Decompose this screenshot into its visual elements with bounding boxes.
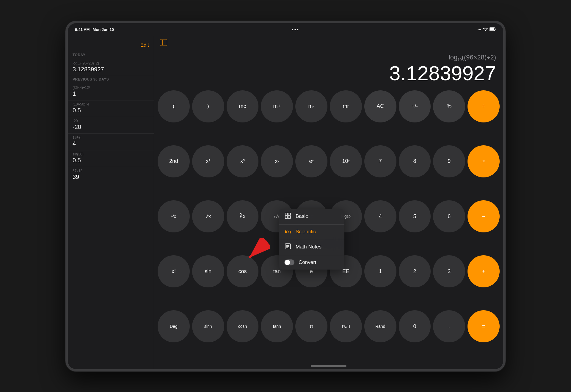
btn-equals[interactable]: =: [468, 310, 500, 342]
history-today-item[interactable]: log₁₀((96×28)÷2) 3.12839927: [68, 59, 154, 76]
btn-percent[interactable]: %: [433, 90, 465, 122]
btn-tanh[interactable]: tanh: [261, 310, 293, 342]
btn-deg[interactable]: Deg: [158, 310, 190, 342]
btn-rad[interactable]: Rad: [330, 310, 362, 342]
btn-rand[interactable]: Rand: [364, 310, 396, 342]
svg-rect-2: [495, 29, 496, 30]
btn-x3[interactable]: x³: [227, 145, 259, 177]
btn-ac[interactable]: AC: [364, 90, 396, 122]
btn-pi[interactable]: π: [295, 310, 327, 342]
btn-m-plus[interactable]: m+: [261, 90, 293, 122]
btn-xy[interactable]: xy: [261, 145, 293, 177]
today-label: TODAY: [68, 52, 154, 59]
svg-rect-3: [490, 28, 494, 30]
wifi-icon: [483, 27, 488, 32]
btn-cosh[interactable]: cosh: [227, 310, 259, 342]
btn-5[interactable]: 5: [399, 200, 431, 232]
red-arrow-indicator: [243, 238, 270, 266]
btn-mr[interactable]: mr: [330, 90, 362, 122]
status-date: Mon Jun 10: [92, 27, 114, 32]
calc-display: log10((96×28)÷2) 3.12839927: [154, 51, 503, 88]
btn-x2[interactable]: x²: [192, 145, 224, 177]
history-prev-item-4[interactable]: 12÷3 4: [68, 134, 154, 150]
basic-icon: [284, 213, 291, 220]
btn-2nd[interactable]: 2nd: [158, 145, 190, 177]
side-buttons: [65, 83, 67, 136]
home-indicator: [311, 365, 346, 367]
history-panel: Edit TODAY log₁₀((96×28)÷2) 3.12839927 P…: [68, 36, 154, 369]
history-expr-4: 12÷3: [73, 136, 149, 140]
battery-icon: [490, 27, 496, 32]
scientific-icon: f(x): [284, 229, 291, 234]
btn-sinh[interactable]: sinh: [192, 310, 224, 342]
history-expr-3: -20: [73, 119, 149, 123]
dropdown-item-convert[interactable]: Convert: [279, 255, 344, 270]
svg-rect-4: [160, 40, 167, 45]
volume-up-btn[interactable]: [65, 83, 67, 95]
signal-icon: ▪▪▪: [477, 28, 481, 32]
btn-10x[interactable]: 10x: [330, 145, 362, 177]
btn-sin[interactable]: sin: [192, 255, 224, 287]
btn-plus[interactable]: +: [468, 255, 500, 287]
history-result-3: -20: [73, 124, 149, 130]
btn-factorial[interactable]: x!: [158, 255, 190, 287]
scientific-label: Scientific: [296, 229, 316, 235]
dropdown-item-scientific[interactable]: f(x) Scientific: [279, 225, 344, 239]
btn-m-minus[interactable]: m-: [295, 90, 327, 122]
display-expression: log10((96×28)÷2): [161, 53, 496, 62]
btn-divide[interactable]: ÷: [468, 90, 500, 122]
btn-ex[interactable]: ex: [295, 145, 327, 177]
btn-1-over-x[interactable]: ¹/x: [158, 200, 190, 232]
svg-rect-6: [285, 213, 288, 215]
btn-0[interactable]: 0: [399, 310, 431, 342]
calc-toolbar: [154, 36, 503, 51]
btn-decimal[interactable]: .: [433, 310, 465, 342]
history-prev-item-3[interactable]: -20 -20: [68, 117, 154, 134]
convert-toggle-icon[interactable]: [284, 259, 294, 265]
sidebar-toggle-icon[interactable]: [160, 40, 167, 47]
display-result: 3.12839927: [161, 63, 496, 83]
history-expr-6: 57÷18: [73, 169, 149, 173]
btn-8[interactable]: 8: [399, 145, 431, 177]
volume-down-btn[interactable]: [65, 100, 67, 112]
history-result-2: 0.5: [73, 107, 149, 114]
btn-mc[interactable]: mc: [227, 90, 259, 122]
power-btn[interactable]: [65, 118, 67, 136]
calculator-panel: log10((96×28)÷2) 3.12839927 ( ) mc m+ m-…: [154, 36, 503, 369]
btn-1[interactable]: 1: [364, 255, 396, 287]
svg-rect-7: [288, 213, 291, 215]
convert-label: Convert: [299, 259, 316, 265]
edit-button[interactable]: Edit: [140, 42, 149, 48]
history-header: Edit: [68, 40, 154, 52]
history-prev-item-6[interactable]: 57÷18 39: [68, 167, 154, 183]
btn-4[interactable]: 4: [364, 200, 396, 232]
previous-label: PREVIOUS 30 DAYS: [68, 76, 154, 84]
history-prev-item-5[interactable]: sin(30) 0.5: [68, 150, 154, 167]
math-notes-icon: [284, 243, 291, 251]
dropdown-item-basic[interactable]: Basic: [279, 209, 344, 225]
btn-plus-minus[interactable]: +/-: [399, 90, 431, 122]
status-dots: •••: [292, 27, 299, 32]
btn-sqrt[interactable]: √x: [192, 200, 224, 232]
btn-7[interactable]: 7: [364, 145, 396, 177]
btn-multiply[interactable]: ×: [468, 145, 500, 177]
status-bar: 9:41 AM Mon Jun 10 ••• ▪▪▪: [68, 23, 503, 36]
history-expr-2: (10²-50)÷4: [73, 102, 149, 106]
btn-cbrt[interactable]: ∛x: [227, 200, 259, 232]
basic-label: Basic: [296, 213, 308, 219]
btn-minus[interactable]: −: [468, 200, 500, 232]
svg-rect-9: [288, 216, 291, 218]
history-prev-item-2[interactable]: (10²-50)÷4 0.5: [68, 100, 154, 117]
history-result-4: 4: [73, 140, 149, 147]
btn-6[interactable]: 6: [433, 200, 465, 232]
btn-close-paren[interactable]: ): [192, 90, 224, 122]
btn-9[interactable]: 9: [433, 145, 465, 177]
history-prev-item-1[interactable]: (36×4)÷12² 1: [68, 84, 154, 100]
btn-2[interactable]: 2: [399, 255, 431, 287]
btn-3[interactable]: 3: [433, 255, 465, 287]
btn-open-paren[interactable]: (: [158, 90, 190, 122]
svg-point-0: [485, 30, 486, 31]
history-today-result: 3.12839927: [73, 66, 149, 73]
dropdown-item-math-notes[interactable]: Math Notes: [279, 239, 344, 255]
history-expr-5: sin(30): [73, 152, 149, 156]
